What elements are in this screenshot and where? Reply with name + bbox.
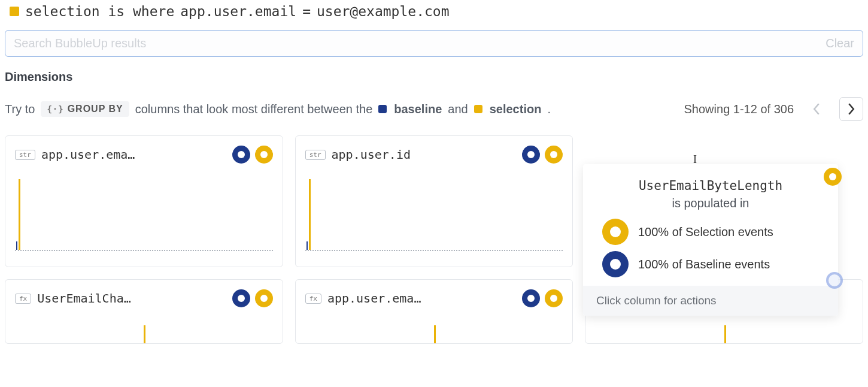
- baseline-swatch-icon: [378, 105, 387, 113]
- group-by-button[interactable]: {·} GROUP BY: [41, 101, 129, 117]
- selection-donut-icon: [602, 219, 629, 245]
- selection-word: selection: [490, 102, 542, 116]
- selection-swatch-icon: [474, 105, 482, 113]
- baseline-donut-icon: [232, 289, 250, 307]
- type-badge: str: [15, 150, 35, 160]
- column-tooltip: UserEmailByteLength is populated in 100%…: [583, 164, 838, 316]
- tooltip-subtitle: is populated in: [596, 196, 825, 210]
- card-title: app.user.ema…: [327, 291, 516, 306]
- tooltip-footer[interactable]: Click column for actions: [583, 286, 838, 316]
- dimension-card[interactable]: str app.user.ema…: [5, 135, 283, 267]
- selection-prefix: selection is where: [25, 4, 174, 19]
- card-title: UserEmailCha…: [37, 291, 226, 306]
- selection-donut-icon: [545, 146, 563, 164]
- dimensions-hint-row: Try to {·} GROUP BY columns that look mo…: [5, 97, 863, 121]
- selection-clause: selection is where app.user.email = user…: [5, 4, 863, 19]
- pager-showing: Showing 1-12 of 306: [684, 102, 794, 116]
- card-title: app.user.id: [332, 147, 517, 162]
- type-badge: str: [305, 150, 326, 160]
- tooltip-baseline-text: 100% of Baseline events: [638, 258, 770, 271]
- pager-prev-button: [805, 97, 828, 121]
- baseline-word: baseline: [394, 102, 442, 116]
- type-badge: fx: [305, 294, 321, 304]
- tooltip-selection-row: 100% of Selection events: [596, 219, 825, 245]
- card-title: app.user.ema…: [41, 147, 226, 162]
- search-input[interactable]: [14, 37, 825, 50]
- sparkline: [434, 325, 436, 343]
- sparkline: [15, 179, 273, 251]
- selection-donut-icon: [545, 289, 563, 307]
- selection-op: =: [302, 4, 311, 19]
- clock-icon: [826, 272, 843, 289]
- group-by-icon: {·}: [47, 104, 63, 114]
- chevron-left-icon: [812, 103, 821, 115]
- dimensions-heading: Dimensions: [5, 70, 863, 84]
- dimension-card[interactable]: fx app.user.ema…: [295, 279, 573, 344]
- pager-next-button[interactable]: [839, 97, 863, 121]
- hint-mid: columns that look most different between…: [135, 102, 373, 116]
- tooltip-title: UserEmailByteLength: [596, 179, 825, 193]
- selection-field: app.user.email: [180, 4, 296, 19]
- group-by-label: GROUP BY: [68, 104, 123, 114]
- search-bar[interactable]: Clear: [5, 30, 863, 57]
- baseline-donut-icon: [522, 146, 540, 164]
- sparkline: [144, 325, 145, 343]
- hint-and: and: [448, 102, 468, 116]
- hint-lead: Try to: [5, 102, 35, 116]
- sparkline: [305, 179, 563, 251]
- baseline-donut-icon: [232, 146, 250, 164]
- tooltip-selection-text: 100% of Selection events: [638, 225, 773, 239]
- dimension-card[interactable]: fx UserEmailCha…: [5, 279, 283, 344]
- sparkline: [724, 325, 726, 343]
- pager: Showing 1-12 of 306: [684, 97, 863, 121]
- selection-swatch-icon: [10, 7, 19, 16]
- tooltip-baseline-row: 100% of Baseline events: [596, 251, 825, 277]
- baseline-donut-icon: [602, 251, 629, 277]
- selection-value: user@example.com: [317, 4, 450, 19]
- selection-donut-icon: [255, 146, 273, 164]
- baseline-donut-icon: [522, 289, 540, 307]
- type-badge: fx: [15, 294, 31, 304]
- clear-button[interactable]: Clear: [825, 37, 854, 50]
- chevron-right-icon: [847, 103, 855, 115]
- hint-end: .: [547, 102, 551, 116]
- dimension-card[interactable]: str app.user.id: [295, 135, 573, 267]
- selection-donut-icon: [255, 289, 273, 307]
- selection-donut-icon: [824, 168, 842, 186]
